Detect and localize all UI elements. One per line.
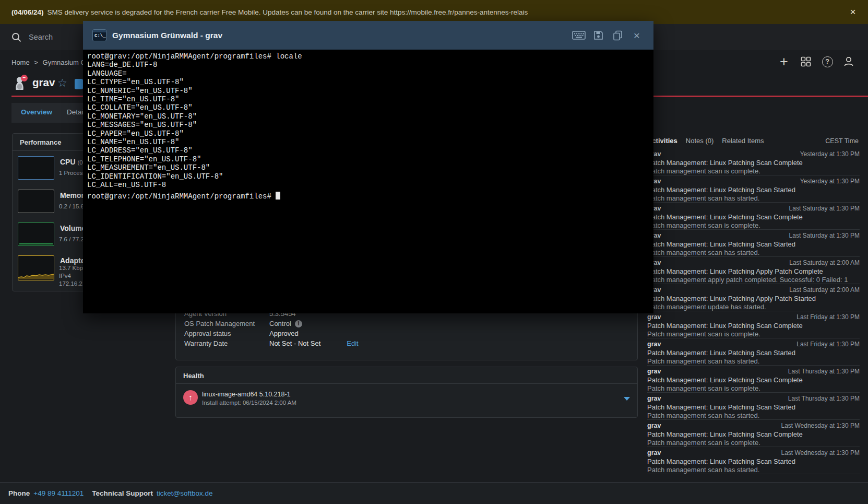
- activity-entry[interactable]: grav Last Wednesday at 1:30 PM Patch Man…: [647, 420, 860, 447]
- activity-timestamp: Last Wednesday at 1:30 PM: [781, 449, 860, 457]
- terminal-line: LANG=de_DE.UTF-8: [87, 61, 653, 69]
- activity-entry[interactable]: grav Last Saturday at 1:30 PM Patch Mana…: [647, 230, 860, 257]
- health-card: Health ↑ linux-image-amd64 5.10.218-1 In…: [175, 367, 638, 418]
- adapters-sparkline: [18, 270, 54, 279]
- terminal-close-icon[interactable]: ×: [629, 29, 644, 42]
- terminal-line: LC_MEASUREMENT="en_US.UTF-8": [87, 163, 653, 172]
- activity-timestamp: Last Thursday at 1:30 PM: [788, 394, 860, 403]
- terminal-title: Gymnasium Grünwald - grav: [112, 31, 567, 40]
- activity-entry[interactable]: grav Last Wednesday at 1:30 PM Patch Man…: [647, 447, 860, 474]
- activity-entry-head: grav Last Friday at 1:30 PM: [647, 313, 860, 321]
- memory-chart-thumbnail[interactable]: [18, 190, 54, 213]
- terminal-app-icon: C:\_: [92, 29, 106, 41]
- activity-entry-head: grav Last Wednesday at 1:30 PM: [647, 449, 860, 457]
- tab-related-items[interactable]: Related Items: [722, 137, 764, 145]
- activity-entry[interactable]: grav Last Saturday at 2:00 AM Patch Mana…: [647, 257, 860, 284]
- terminal-titlebar[interactable]: C:\_ Gymnasium Grünwald - grav: [83, 21, 653, 50]
- adapters-speed: 13.7 Kbps: [59, 265, 86, 271]
- activity-entry[interactable]: grav Last Saturday at 2:00 AM Patch Mana…: [647, 284, 860, 311]
- copy-output-button[interactable]: [610, 29, 625, 42]
- terminal-line: LANGUAGE=: [87, 69, 653, 78]
- activity-device: grav: [647, 340, 661, 348]
- terminal-line: LC_ADDRESS="en_US.UTF-8": [87, 146, 653, 155]
- support-label: Technical Support: [92, 489, 153, 497]
- terminal-line: LC_TELEPHONE="en_US.UTF-8": [87, 155, 653, 163]
- activity-timestamp: Last Saturday at 2:00 AM: [789, 259, 860, 267]
- help-icon: ?: [822, 56, 833, 67]
- phone-label: Phone: [8, 489, 30, 497]
- activity-timestamp: Last Friday at 1:30 PM: [796, 313, 860, 321]
- detail-value: Control: [269, 320, 291, 327]
- device-action-chip[interactable]: [75, 79, 83, 89]
- support-email-link[interactable]: ticket@softbox.de: [157, 489, 213, 497]
- tab-notes[interactable]: Notes (0): [686, 137, 714, 145]
- volumes-chart-thumbnail[interactable]: [18, 222, 54, 246]
- update-alert-icon: ↑: [183, 390, 198, 405]
- activity-timestamp: Last Saturday at 2:00 AM: [789, 286, 860, 294]
- activity-title: Patch Management: Linux Patching Scan St…: [647, 240, 860, 249]
- activity-title: Patch Management: Linux Patching Scan Co…: [647, 321, 860, 330]
- add-button[interactable]: +: [777, 55, 791, 68]
- terminal-body[interactable]: root@grav:/opt/NinjaRMMAgent/programfile…: [83, 50, 653, 313]
- detail-value: Approved: [269, 330, 299, 337]
- phone-number-link[interactable]: +49 89 4111201: [33, 489, 84, 497]
- activity-title: Patch Management: Linux Patching Scan Co…: [647, 376, 860, 384]
- info-icon[interactable]: i: [295, 320, 302, 327]
- grid-icon: [801, 56, 811, 67]
- terminal-line: root@grav:/opt/NinjaRMMAgent/programfile…: [87, 52, 653, 61]
- activity-description: Patch management scan has started.: [647, 249, 860, 257]
- apps-button[interactable]: [799, 55, 813, 68]
- activity-device: grav: [647, 367, 661, 376]
- activity-entry[interactable]: grav Yesterday at 1:30 PM Patch Manageme…: [647, 148, 860, 175]
- activity-entry[interactable]: grav Last Thursday at 1:30 PM Patch Mana…: [647, 366, 860, 393]
- activity-entry[interactable]: grav Yesterday at 1:30 PM Patch Manageme…: [647, 175, 860, 203]
- save-output-button[interactable]: [591, 29, 605, 42]
- adapters-chart-thumbnail[interactable]: [18, 255, 54, 280]
- tab-overview[interactable]: Overview: [21, 108, 52, 116]
- activity-timestamp: Last Saturday at 1:30 PM: [789, 231, 860, 240]
- terminal-line: LC_MONETARY="en_US.UTF-8": [87, 112, 653, 121]
- activity-timestamp: Last Thursday at 1:30 PM: [788, 367, 860, 376]
- activity-description: Patch management scan is complete.: [647, 330, 860, 338]
- terminal-line: LC_IDENTIFICATION="en_US.UTF-8": [87, 172, 653, 181]
- activity-timestamp: Last Wednesday at 1:30 PM: [781, 421, 860, 430]
- status-badge: −: [21, 75, 28, 81]
- activity-description: Patch management scan is complete.: [647, 439, 860, 447]
- search-placeholder: Search: [29, 33, 53, 41]
- user-menu-button[interactable]: [842, 55, 855, 68]
- activity-timestamp: Yesterday at 1:30 PM: [800, 150, 860, 158]
- activity-title: Patch Management: Linux Patching Apply P…: [647, 294, 860, 303]
- virtual-keyboard-button[interactable]: [572, 29, 586, 42]
- edit-warranty-link[interactable]: Edit: [347, 339, 358, 347]
- notification-date: (04/06/24): [11, 8, 44, 16]
- activity-title: Patch Management: Linux Patching Apply P…: [647, 267, 860, 276]
- divider: [176, 383, 637, 384]
- activity-description: Patch management scan has started.: [647, 412, 860, 420]
- detail-row-warranty-date: Warranty Date Not Set - Not Set Edit: [184, 338, 629, 348]
- activity-entry-head: grav Last Wednesday at 1:30 PM: [647, 421, 860, 430]
- activity-tabs: Activities Notes (0) Related Items: [647, 137, 764, 145]
- activity-title: Patch Management: Linux Patching Scan Co…: [647, 213, 860, 221]
- cpu-chart-thumbnail[interactable]: [18, 156, 54, 180]
- detail-row-approval-status: Approval status Approved: [184, 329, 629, 338]
- chevron-down-icon[interactable]: [624, 397, 630, 401]
- activity-entry[interactable]: grav Last Friday at 1:30 PM Patch Manage…: [647, 338, 860, 366]
- breadcrumb-home[interactable]: Home: [11, 58, 30, 66]
- health-item-name[interactable]: linux-image-amd64 5.10.218-1: [202, 391, 291, 398]
- terminal-line: LC_MESSAGES="en_US.UTF-8": [87, 121, 653, 129]
- activity-entry-head: grav Last Saturday at 2:00 AM: [647, 259, 860, 267]
- terminal-line: LC_NAME="en_US.UTF-8": [87, 138, 653, 146]
- activity-entry[interactable]: grav Last Friday at 1:30 PM Patch Manage…: [647, 311, 860, 338]
- detail-value: Not Set - Not Set: [269, 339, 320, 347]
- activity-entry[interactable]: grav Last Thursday at 1:30 PM Patch Mana…: [647, 393, 860, 420]
- close-icon[interactable]: ×: [846, 5, 860, 19]
- detail-label: Approval status: [184, 330, 269, 337]
- terminal-line: LC_ALL=en_US.UTF-8: [87, 181, 653, 189]
- activity-entry-head: grav Yesterday at 1:30 PM: [647, 177, 860, 185]
- activity-entry[interactable]: grav Last Saturday at 1:30 PM Patch Mana…: [647, 203, 860, 230]
- page: (04/06/24) SMS delivery service is degra…: [0, 0, 868, 504]
- favorite-star-icon[interactable]: ☆: [57, 77, 67, 89]
- plus-icon: +: [780, 56, 788, 67]
- terminal-line: LC_NUMERIC="en_US.UTF-8": [87, 87, 653, 95]
- help-button[interactable]: ?: [821, 55, 834, 68]
